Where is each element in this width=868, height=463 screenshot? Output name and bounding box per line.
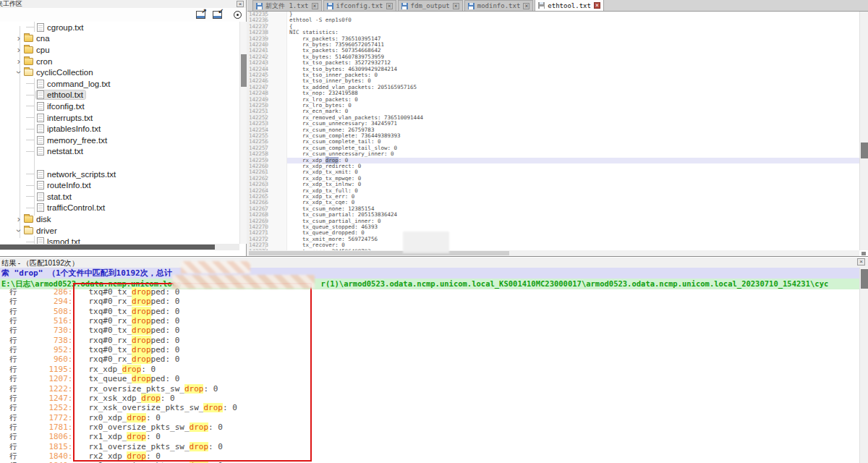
open-folder-icon [24, 227, 33, 234]
chevron-right-icon[interactable]: › [14, 58, 23, 65]
tree-connector-line [26, 242, 35, 242]
tree-item-label: cgroup.txt [47, 23, 84, 32]
save-floppy-icon [256, 3, 263, 9]
tab-label: ifconfig.txt [336, 2, 383, 9]
tree-horizontal-scrollbar-thumb[interactable] [0, 245, 215, 250]
match-line-number: 1252: [17, 403, 73, 412]
tab-close-icon[interactable]: × [312, 3, 318, 9]
tree-item-selection: routeInfo.txt [36, 181, 93, 190]
workspace-close-icon[interactable]: × [237, 1, 244, 7]
tree-item-selection: memory_free.txt [36, 136, 109, 145]
tree-item-network_scripts-txt[interactable]: network_scripts.txt [0, 169, 239, 180]
tree-item-disk[interactable]: ›disk [0, 213, 239, 225]
tree-item-cpu[interactable]: ›cpu [0, 44, 239, 56]
tree-item-ifconfig-txt[interactable]: ifconfig.txt [0, 101, 239, 112]
tree-item-cgroup-txt[interactable]: cgroup.txt [0, 22, 239, 33]
chevron-right-icon[interactable]: › [14, 216, 23, 223]
tab-label: 新文件 1.txt [265, 1, 309, 11]
editor-scrollbar-corner [861, 252, 866, 255]
editor-horizontal-scrollbar-thumb[interactable] [249, 251, 509, 255]
dock-window-icon[interactable]: ↙ [213, 11, 222, 19]
locate-file-icon[interactable] [234, 11, 242, 19]
results-title: 结果 - （匹配10192次） [1, 258, 79, 268]
file-icon [37, 170, 44, 179]
chevron-down-icon[interactable]: › [15, 68, 22, 77]
line-label: 行 [9, 432, 17, 441]
save-floppy-icon [327, 3, 333, 9]
annotation-red-rectangle [73, 283, 312, 462]
line-label: 行 [9, 345, 17, 354]
match-line-number: 960: [17, 354, 73, 364]
tab-label: fdm_output [411, 2, 450, 9]
tree-item-trafficControl-txt[interactable]: trafficControl.txt [0, 203, 239, 214]
file-icon [37, 147, 44, 156]
tree-item-routeInfo-txt[interactable]: routeInfo.txt [0, 179, 239, 191]
tree-item-lsmod-txt[interactable]: lsmod.txt [0, 236, 239, 244]
tree-vertical-scrollbar[interactable] [239, 22, 247, 244]
tree-item-memory_free-txt[interactable]: memory_free.txt [0, 135, 239, 146]
workspace-panel: 夹工作区 × ↗ ↙ cgroup.txt›cna›cpu›cron›cycli… [0, 0, 247, 256]
tree-item-label: driver [36, 226, 57, 235]
tab-ethtool-txt[interactable]: ethtool.txt× [535, 0, 604, 11]
app-window: 夹工作区 × ↗ ↙ cgroup.txt›cna›cpu›cron›cycli… [0, 0, 868, 463]
results-vertical-scrollbar[interactable] [859, 268, 868, 463]
editor-vertical-scrollbar-thumb[interactable] [861, 143, 868, 158]
tree-item-interrupts-txt[interactable]: interrupts.txt [0, 112, 239, 124]
tree-item-iptablesInfo-txt[interactable]: iptablesInfo.txt [0, 123, 239, 135]
tree-item-netstat-txt[interactable]: netstat.txt [0, 146, 239, 158]
line-label: 行 [9, 297, 17, 306]
tree-item-selection: driver [23, 226, 59, 235]
tree-item-selection: ifconfig.txt [36, 102, 87, 111]
redaction-blur [403, 232, 449, 253]
editor-vertical-scrollbar[interactable] [859, 12, 868, 250]
search-summary-line[interactable]: 索 "drop" （1个文件中匹配到10192次，总计 [0, 268, 859, 279]
tree-item-selection: stat.txt [36, 192, 74, 201]
tab--1-txt[interactable]: 新文件 1.txt× [252, 0, 322, 11]
line-text: ethtool -S enp1s0f0 [289, 17, 352, 23]
tree-item-label: ifconfig.txt [47, 102, 85, 111]
editor-horizontal-scrollbar[interactable] [247, 250, 859, 256]
tree-horizontal-scrollbar[interactable] [0, 244, 239, 250]
tree-item-stat-txt[interactable]: stat.txt [0, 191, 239, 203]
tab-fdm_output[interactable]: fdm_output× [398, 0, 463, 11]
match-line-number: 1806: [17, 432, 73, 441]
line-label: 行 [9, 384, 17, 394]
folder-icon [24, 216, 33, 223]
tree-connector-line [26, 27, 35, 27]
tree-item-cyclicCollection[interactable]: ›cyclicCollection [0, 67, 239, 78]
save-floppy-icon [468, 3, 475, 9]
chevron-right-icon[interactable]: › [14, 46, 23, 54]
file-icon [37, 181, 44, 190]
tree-item-cna[interactable]: ›cna [0, 33, 239, 45]
tab-close-icon[interactable]: × [453, 3, 459, 9]
results-vertical-scrollbar-thumb[interactable] [861, 269, 868, 289]
tree-connector-line [26, 151, 35, 152]
results-close-icon[interactable]: × [857, 258, 865, 266]
line-label: 行 [9, 365, 17, 374]
tree-item-command_log-txt[interactable]: command_log.txt [0, 78, 239, 90]
match-line-number: 1815: [17, 442, 73, 451]
open-folder-icon [24, 69, 33, 76]
chevron-down-icon[interactable]: › [15, 226, 22, 235]
match-line-number: 738: [17, 336, 73, 345]
popout-window-icon[interactable]: ↗ [196, 11, 205, 19]
tab-close-icon[interactable]: × [594, 2, 600, 9]
tree-connector-line [26, 117, 35, 118]
editor-text-area[interactable]: 142235}142236ethtool -S enp1s0f0142237{1… [247, 12, 859, 250]
tree-item-label: cron [36, 57, 52, 66]
tree-vertical-scrollbar-thumb[interactable] [241, 54, 247, 87]
tree-item-driver[interactable]: ›driver [0, 225, 239, 237]
match-line-number: 516: [17, 316, 73, 326]
file-icon [37, 90, 44, 99]
tab-ifconfig-txt[interactable]: ifconfig.txt× [323, 0, 396, 11]
tree-item-ethtool-txt[interactable]: ethtool.txt [0, 90, 239, 101]
tab-close-icon[interactable]: × [523, 3, 529, 9]
tree-item-label: disk [36, 215, 51, 224]
match-line-number: 730: [17, 326, 73, 335]
tree-connector-line [26, 129, 35, 129]
tree-item-cron[interactable]: ›cron [0, 56, 239, 67]
line-label: 行 [9, 394, 17, 403]
chevron-right-icon[interactable]: › [14, 35, 23, 42]
tab-close-icon[interactable]: × [386, 3, 393, 9]
tab-modinfo-txt[interactable]: modinfo.txt× [464, 0, 534, 11]
